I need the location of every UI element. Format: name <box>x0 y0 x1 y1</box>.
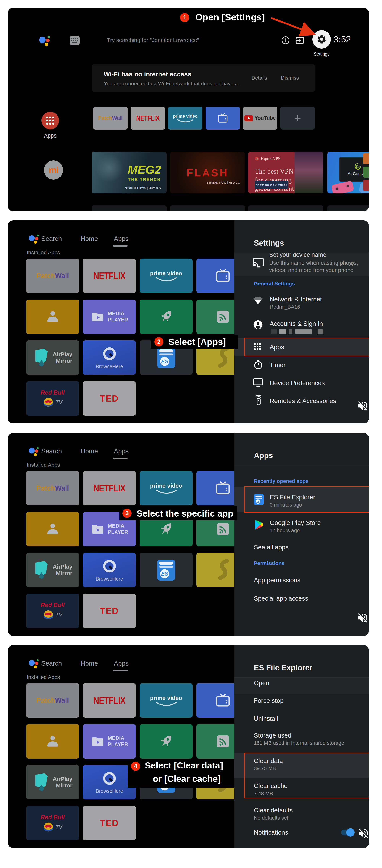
vpn-trial-button[interactable]: FREE 30-DAY TRIAL <box>255 181 288 189</box>
browsehere-label: BrowseHere <box>96 576 123 582</box>
step4-annotation: 4 Select [Clear data] or [Clear cache] <box>128 759 234 787</box>
tile-gallery[interactable] <box>26 512 79 546</box>
cast-tile-icon <box>215 309 231 325</box>
tile-prime-video[interactable]: prime video <box>139 471 193 505</box>
tile-gallery[interactable] <box>26 300 79 334</box>
device-name-notice[interactable]: Set your device name Use this name when … <box>234 253 369 276</box>
tile-ted[interactable]: TED <box>83 806 136 840</box>
tile-mi-tv[interactable] <box>205 107 240 129</box>
card-airconsole[interactable]: AirConsole <box>327 152 369 193</box>
tab-home[interactable]: Home <box>81 235 98 242</box>
mute-icon <box>356 612 369 624</box>
settings-caption: Settings <box>310 52 334 57</box>
menu-item-google-play[interactable]: Google Play Store 17 hours ago <box>234 516 369 538</box>
close-icon[interactable]: ✕ <box>348 259 354 268</box>
menu-item-apps[interactable]: Apps <box>234 338 369 356</box>
tile-airplay-mirror[interactable]: AirPlayMirror <box>26 553 79 587</box>
step3-badge: 3 <box>122 509 132 518</box>
folder-play-icon <box>91 522 105 536</box>
tile-patchwall[interactable]: PatchWall <box>26 471 79 505</box>
tile-patchwall[interactable]: PatchWall <box>26 259 79 293</box>
tab-home[interactable]: Home <box>81 447 98 455</box>
tile-prime-video[interactable]: prime video <box>139 259 193 293</box>
tab-apps[interactable]: Apps <box>114 235 129 242</box>
tab-search[interactable]: Search <box>41 447 62 455</box>
tile-patchwall[interactable]: PatchWall <box>26 683 79 718</box>
airplay-label: AirPlay <box>53 351 72 358</box>
tile-rocket-app[interactable] <box>139 724 193 758</box>
tile-redbull-tv[interactable]: Red Bull TV <box>26 806 79 840</box>
tab-home[interactable]: Home <box>81 660 98 667</box>
app-permissions-item[interactable]: App permissions <box>254 577 300 584</box>
tile-media-player[interactable]: MEDIAPLAYER <box>83 300 136 334</box>
mi-avatar[interactable]: mi <box>44 160 63 180</box>
dismiss-button[interactable]: Dismiss <box>281 75 299 81</box>
folder-play-icon <box>91 310 105 324</box>
menu-item-storage[interactable]: Storage used 161 MB used in Internal sha… <box>234 730 369 751</box>
tile-prime-video[interactable]: prime video <box>168 107 202 129</box>
tile-airplay-mirror[interactable]: AirPlayMirror <box>26 765 79 799</box>
step1-label: Open [Settings] <box>195 12 265 23</box>
tile-netflix[interactable]: NETFLIX <box>83 259 136 293</box>
tile-ted[interactable]: TED <box>83 381 136 416</box>
browsehere-label: BrowseHere <box>96 788 123 794</box>
person-photo-icon <box>44 520 62 538</box>
menu-item-timer[interactable]: Timer <box>234 356 369 374</box>
see-all-apps-item[interactable]: See all apps <box>254 544 289 551</box>
tile-redbull-tv[interactable]: Red Bull TV <box>26 381 79 416</box>
menu-item-remotes[interactable]: Remotes & Accessories <box>234 392 369 409</box>
tile-patchwall[interactable]: PatchWall <box>93 107 128 129</box>
tile-ted[interactable]: TED <box>83 594 136 628</box>
tile-add-app[interactable]: + <box>280 107 315 129</box>
keyboard-icon[interactable] <box>70 36 79 45</box>
google-play-label: Google Play Store <box>270 519 321 526</box>
menu-item-clear-cache[interactable]: Clear cache 7.48 MB <box>234 779 369 800</box>
clear-cache-size: 7.48 MB <box>254 790 273 797</box>
tile-gallery[interactable] <box>26 724 79 758</box>
search-hint[interactable]: Try searching for "Jennifer Lawrence" <box>107 37 199 43</box>
remote-icon <box>254 395 263 406</box>
notifications-toggle[interactable] <box>341 830 354 835</box>
tile-prime-video[interactable]: prime video <box>139 683 193 718</box>
menu-item-clear-defaults[interactable]: Clear defaults No defaults set <box>234 804 369 825</box>
menu-item-network[interactable]: Network & Internet Redmi_BA16 <box>234 294 369 315</box>
notice-body-1: Use this name when casting photos, <box>269 260 358 266</box>
card-meg2[interactable]: MEG2 THE TRENCH STREAM NOW | HBO GO <box>92 152 166 193</box>
apps-grid-icon <box>254 343 261 350</box>
tile-netflix[interactable]: NETFLIX <box>131 107 165 129</box>
browsehere-logo <box>102 346 117 362</box>
prime-smile-icon <box>177 119 194 123</box>
youtube-label: YouTube <box>254 115 276 121</box>
menu-item-open[interactable]: Open <box>234 678 369 694</box>
tab-apps[interactable]: Apps <box>114 447 129 455</box>
tile-netflix[interactable]: NETFLIX <box>83 471 136 505</box>
special-app-access-item[interactable]: Special app access <box>254 595 308 602</box>
vpn-headline-1: The best VPN <box>255 167 294 176</box>
menu-item-device-preferences[interactable]: Device Preferences <box>234 374 369 392</box>
tab-search[interactable]: Search <box>41 660 62 667</box>
tile-es-file-explorer[interactable]: ES <box>139 553 193 587</box>
tile-browsehere[interactable]: BrowseHere <box>83 553 136 587</box>
tab-apps[interactable]: Apps <box>114 660 129 667</box>
menu-item-accounts[interactable]: Accounts & Sign In <box>234 318 369 339</box>
tile-redbull-tv[interactable]: Red Bull TV <box>26 594 79 628</box>
step1-badge: 1 <box>180 13 189 22</box>
browsehere-logo <box>102 771 117 786</box>
card-flash[interactable]: FLASH STREAM NOW | HBO GO <box>170 152 245 193</box>
tile-youtube[interactable]: YouTube <box>243 107 277 129</box>
menu-item-uninstall[interactable]: Uninstall <box>254 715 278 722</box>
tab-search[interactable]: Search <box>41 235 62 242</box>
panel-home: Try searching for "Jennifer Lawrence" 3:… <box>8 8 369 211</box>
tile-rocket-app[interactable] <box>139 300 193 334</box>
menu-item-force-stop[interactable]: Force stop <box>254 697 284 704</box>
airplay-logo <box>33 773 50 792</box>
tile-airplay-mirror[interactable]: AirPlayMirror <box>26 340 79 375</box>
details-button[interactable]: Details <box>251 75 267 81</box>
card-expressvpn[interactable]: ExpressVPN The best VPN for streaming gl… <box>248 152 323 193</box>
menu-item-es-file-explorer[interactable]: ES ES File Explorer 0 minutes ago <box>234 487 369 512</box>
menu-item-clear-data[interactable]: Clear data 39.75 MB <box>234 753 369 778</box>
tile-media-player[interactable]: MEDIAPLAYER <box>83 724 136 758</box>
tile-netflix[interactable]: NETFLIX <box>83 683 136 718</box>
apps-rail-button[interactable] <box>41 112 59 129</box>
tile-browsehere[interactable]: BrowseHere <box>83 340 136 375</box>
